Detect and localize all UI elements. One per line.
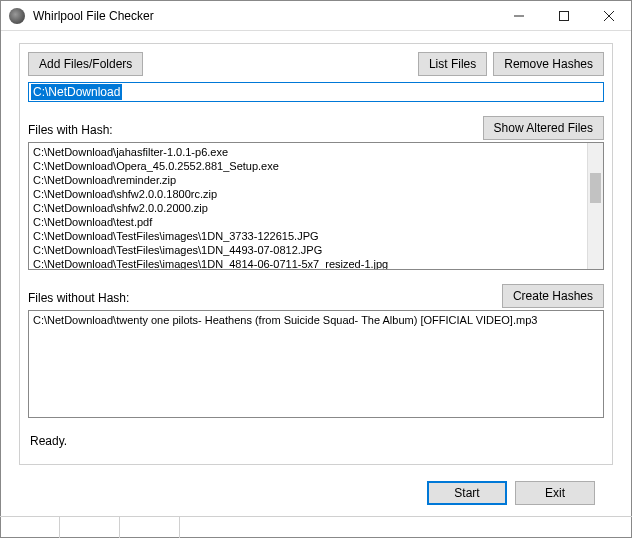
list-item[interactable]: C:\NetDownload\twenty one pilots- Heathe… xyxy=(33,313,599,327)
show-altered-files-button[interactable]: Show Altered Files xyxy=(483,116,604,140)
minimize-button[interactable] xyxy=(496,1,541,30)
files-without-hash-listbox[interactable]: C:\NetDownload\twenty one pilots- Heathe… xyxy=(28,310,604,418)
maximize-button[interactable] xyxy=(541,1,586,30)
app-icon xyxy=(9,8,25,24)
statusbar-cell xyxy=(120,517,180,538)
list-item[interactable]: C:\NetDownload\TestFiles\images\1DN_4814… xyxy=(33,257,599,270)
status-text: Ready. xyxy=(30,434,604,448)
list-item[interactable]: C:\NetDownload\TestFiles\images\1DN_4493… xyxy=(33,243,599,257)
list-item[interactable]: C:\NetDownload\shfw2.0.0.1800rc.zip xyxy=(33,187,599,201)
statusbar xyxy=(0,516,632,538)
svg-rect-1 xyxy=(559,11,568,20)
close-button[interactable] xyxy=(586,1,631,30)
list-item[interactable]: C:\NetDownload\TestFiles\images\1DN_3733… xyxy=(33,229,599,243)
list-item[interactable]: C:\NetDownload\shfw2.0.0.2000.zip xyxy=(33,201,599,215)
main-panel: Snapfiles Add Files/Folders List Files R… xyxy=(19,43,613,465)
list-files-button[interactable]: List Files xyxy=(418,52,487,76)
list-item[interactable]: C:\NetDownload\Opera_45.0.2552.881_Setup… xyxy=(33,159,599,173)
window-title: Whirlpool File Checker xyxy=(33,9,496,23)
list-item[interactable]: C:\NetDownload\jahasfilter-1.0.1-p6.exe xyxy=(33,145,599,159)
exit-button[interactable]: Exit xyxy=(515,481,595,505)
statusbar-cell xyxy=(60,517,120,538)
files-with-hash-label: Files with Hash: xyxy=(28,123,113,140)
list-item[interactable]: C:\NetDownload\reminder.zip xyxy=(33,173,599,187)
titlebar: Whirlpool File Checker xyxy=(1,1,631,31)
create-hashes-button[interactable]: Create Hashes xyxy=(502,284,604,308)
start-button[interactable]: Start xyxy=(427,481,507,505)
files-with-hash-listbox[interactable]: C:\NetDownload\jahasfilter-1.0.1-p6.exe … xyxy=(28,142,604,270)
add-files-folders-button[interactable]: Add Files/Folders xyxy=(28,52,143,76)
path-input[interactable] xyxy=(28,82,604,102)
scrollbar-thumb[interactable] xyxy=(590,173,601,203)
path-input-wrap: C:\NetDownload xyxy=(28,82,604,102)
list-item[interactable]: C:\NetDownload\test.pdf xyxy=(33,215,599,229)
remove-hashes-button[interactable]: Remove Hashes xyxy=(493,52,604,76)
statusbar-cell xyxy=(0,517,60,538)
scrollbar[interactable] xyxy=(587,143,603,269)
files-without-hash-label: Files without Hash: xyxy=(28,291,129,308)
